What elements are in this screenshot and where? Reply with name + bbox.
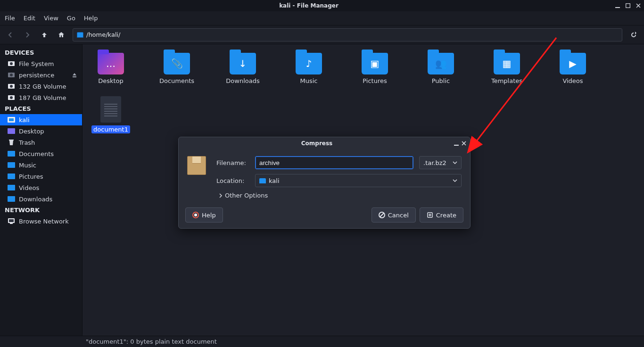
- sidebar-item-downloads[interactable]: Downloads: [0, 193, 82, 205]
- extension-value: .tar.bz2: [423, 159, 446, 166]
- path-text: /home/kali/: [86, 31, 120, 38]
- drive-icon: [8, 71, 15, 79]
- svg-rect-17: [8, 151, 15, 157]
- location-select[interactable]: kali: [255, 174, 462, 187]
- folder-icon: [8, 161, 15, 169]
- cancel-label: Cancel: [388, 212, 409, 219]
- folder-label: Pictures: [363, 77, 387, 84]
- folder-icon: [8, 184, 15, 191]
- sidebar-item-trash[interactable]: Trash: [0, 137, 82, 148]
- svg-rect-20: [8, 185, 15, 190]
- nav-back-button[interactable]: [5, 29, 16, 41]
- status-bar: "document1": 0 bytes plain text document: [0, 336, 644, 347]
- dialog-close-button[interactable]: [462, 141, 466, 146]
- folder-label: Templates: [491, 77, 522, 84]
- menu-edit[interactable]: Edit: [24, 15, 35, 22]
- extension-select[interactable]: .tar.bz2: [419, 156, 462, 169]
- help-label: Help: [202, 212, 216, 219]
- folder-item-documents[interactable]: 📎Documents: [158, 53, 196, 84]
- folder-label: Desktop: [98, 77, 124, 84]
- sidebar-item-label: 187 GB Volume: [19, 94, 66, 101]
- folder-icon: [77, 32, 83, 38]
- sidebar-item-label: Pictures: [19, 173, 43, 180]
- help-icon: [192, 212, 199, 218]
- folder-label: Videos: [562, 77, 583, 84]
- file-item-document1[interactable]: document1: [92, 96, 130, 133]
- svg-rect-18: [8, 162, 15, 168]
- location-value: kali: [269, 177, 450, 184]
- sidebar-item-187gb[interactable]: 187 GB Volume: [0, 92, 82, 103]
- folder-item-videos[interactable]: ▶Videos: [554, 53, 592, 84]
- sidebar-item-persistence[interactable]: persistence: [0, 69, 82, 81]
- folder-label: Music: [300, 77, 318, 84]
- cancel-button[interactable]: Cancel: [372, 207, 416, 223]
- eject-icon[interactable]: [72, 72, 77, 78]
- drive-icon: [8, 83, 15, 90]
- window-titlebar: kali - File Manager: [0, 0, 644, 11]
- other-options-expander[interactable]: Other Options: [218, 192, 462, 199]
- menu-go[interactable]: Go: [67, 15, 75, 22]
- sidebar-item-pictures[interactable]: Pictures: [0, 171, 82, 182]
- toolbar: /home/kali/: [0, 25, 644, 44]
- sidebar-head-devices: DEVICES: [0, 47, 82, 58]
- nav-up-button[interactable]: [39, 29, 50, 41]
- svg-rect-15: [8, 128, 15, 134]
- network-icon: [8, 217, 15, 225]
- archive-icon: [187, 156, 206, 175]
- folder-item-music[interactable]: ♪Music: [290, 53, 328, 84]
- sidebar-item-kali[interactable]: kali: [0, 114, 82, 125]
- minimize-button[interactable]: [615, 3, 620, 8]
- sidebar-item-desktop[interactable]: Desktop: [0, 125, 82, 137]
- folder-icon: ↓: [230, 53, 256, 74]
- svg-line-31: [380, 213, 384, 217]
- text-file-icon: [100, 96, 121, 123]
- folder-icon: [8, 173, 15, 180]
- dialog-minimize-button[interactable]: [454, 141, 459, 146]
- other-options-label: Other Options: [225, 192, 268, 199]
- nav-forward-button[interactable]: [22, 29, 33, 41]
- home-folder-icon: [8, 116, 15, 124]
- folder-icon: ▣: [362, 53, 388, 74]
- svg-rect-16: [9, 140, 14, 140]
- file-label: document1: [91, 125, 130, 133]
- svg-rect-25: [454, 145, 459, 146]
- sidebar-item-label: Browse Network: [19, 218, 69, 225]
- folder-item-pictures[interactable]: ▣Pictures: [356, 53, 394, 84]
- path-bar[interactable]: /home/kali/: [73, 28, 622, 41]
- close-button[interactable]: [636, 3, 641, 8]
- dialog-titlebar[interactable]: Compress: [179, 137, 470, 149]
- folder-icon: [8, 195, 15, 203]
- reload-button[interactable]: [628, 29, 639, 41]
- sidebar-item-videos[interactable]: Videos: [0, 182, 82, 193]
- sidebar-head-network: NETWORK: [0, 205, 82, 215]
- svg-rect-21: [8, 196, 15, 202]
- folder-icon: 📎: [164, 53, 190, 74]
- nav-home-button[interactable]: [56, 29, 67, 41]
- folder-item-desktop[interactable]: …Desktop: [92, 53, 130, 84]
- maximize-button[interactable]: [625, 3, 631, 8]
- sidebar-item-label: 132 GB Volume: [19, 83, 66, 90]
- folder-item-templates[interactable]: ▦Templates: [488, 53, 526, 84]
- sidebar-item-documents[interactable]: Documents: [0, 148, 82, 159]
- svg-rect-0: [615, 7, 620, 8]
- menu-view[interactable]: View: [44, 15, 58, 22]
- folder-item-public[interactable]: 👥Public: [422, 53, 460, 84]
- sidebar-item-132gb[interactable]: 132 GB Volume: [0, 81, 82, 92]
- filename-input[interactable]: [255, 156, 413, 169]
- svg-point-29: [194, 214, 197, 216]
- sidebar-item-browse-network[interactable]: Browse Network: [0, 215, 82, 227]
- svg-point-12: [10, 96, 13, 99]
- folder-item-downloads[interactable]: ↓Downloads: [224, 53, 262, 84]
- create-button[interactable]: Create: [420, 207, 463, 223]
- menu-help[interactable]: Help: [84, 15, 98, 22]
- sidebar-item-filesystem[interactable]: File System: [0, 58, 82, 69]
- chevron-down-icon: [453, 178, 457, 183]
- sidebar-item-label: persistence: [19, 72, 54, 79]
- create-icon: [427, 212, 433, 218]
- help-button[interactable]: Help: [185, 207, 223, 223]
- menu-file[interactable]: File: [5, 15, 15, 22]
- sidebar-item-music[interactable]: Music: [0, 159, 82, 171]
- location-label: Location:: [216, 177, 249, 184]
- chevron-right-icon: [218, 193, 223, 198]
- folder-label: Downloads: [226, 77, 259, 84]
